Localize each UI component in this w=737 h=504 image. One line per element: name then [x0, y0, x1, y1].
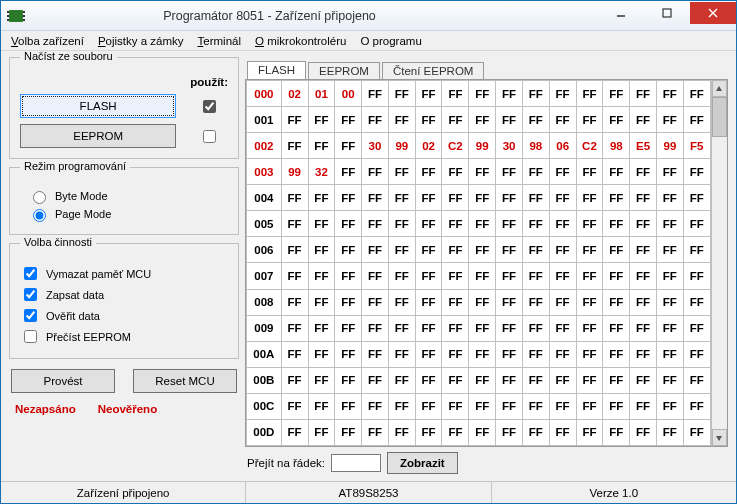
hex-cell[interactable]: FF: [683, 393, 710, 419]
hex-cell[interactable]: FF: [496, 211, 523, 237]
hex-cell[interactable]: FF: [281, 289, 308, 315]
hex-cell[interactable]: FF: [442, 263, 469, 289]
hex-cell[interactable]: FF: [603, 263, 630, 289]
load-flash-button[interactable]: FLASH: [20, 94, 176, 118]
hex-cell[interactable]: FF: [549, 211, 576, 237]
hex-cell[interactable]: FF: [683, 211, 710, 237]
hex-cell[interactable]: FF: [549, 237, 576, 263]
scroll-thumb[interactable]: [712, 97, 727, 137]
hex-cell[interactable]: FF: [469, 107, 496, 133]
goto-input[interactable]: [331, 454, 381, 472]
hex-cell[interactable]: FF: [415, 419, 442, 445]
hex-cell[interactable]: FF: [281, 367, 308, 393]
hex-cell[interactable]: FF: [388, 81, 415, 107]
hex-cell[interactable]: FF: [308, 315, 335, 341]
hex-cell[interactable]: 30: [496, 133, 523, 159]
hex-cell[interactable]: FF: [442, 393, 469, 419]
read-eeprom-checkbox[interactable]: [24, 330, 37, 343]
hex-cell[interactable]: FF: [549, 107, 576, 133]
hex-cell[interactable]: 99: [281, 159, 308, 185]
hex-cell[interactable]: FF: [415, 341, 442, 367]
hex-cell[interactable]: FF: [415, 263, 442, 289]
hex-cell[interactable]: FF: [522, 185, 549, 211]
hex-cell[interactable]: FF: [469, 263, 496, 289]
hex-cell[interactable]: FF: [469, 237, 496, 263]
use-eeprom-checkbox[interactable]: [203, 130, 216, 143]
hex-cell[interactable]: 99: [388, 133, 415, 159]
hex-cell[interactable]: FF: [308, 367, 335, 393]
tab-read-eeprom[interactable]: Čtení EEPROM: [382, 62, 485, 80]
hex-cell[interactable]: FF: [362, 237, 389, 263]
hex-cell[interactable]: FF: [576, 159, 603, 185]
hex-cell[interactable]: FF: [630, 185, 657, 211]
hex-cell[interactable]: FF: [335, 341, 362, 367]
hex-cell[interactable]: FF: [442, 289, 469, 315]
hex-cell[interactable]: FF: [656, 185, 683, 211]
hex-cell[interactable]: FF: [603, 367, 630, 393]
hex-cell[interactable]: FF: [576, 211, 603, 237]
hex-cell[interactable]: FF: [522, 367, 549, 393]
hex-cell[interactable]: FF: [442, 419, 469, 445]
hex-cell[interactable]: FF: [415, 107, 442, 133]
hex-cell[interactable]: FF: [576, 107, 603, 133]
hex-cell[interactable]: FF: [308, 237, 335, 263]
hex-cell[interactable]: FF: [469, 159, 496, 185]
hex-cell[interactable]: FF: [683, 367, 710, 393]
hex-cell[interactable]: FF: [656, 393, 683, 419]
scrollbar[interactable]: [711, 80, 727, 446]
hex-cell[interactable]: FF: [388, 263, 415, 289]
hex-cell[interactable]: FF: [388, 315, 415, 341]
hex-cell[interactable]: FF: [522, 341, 549, 367]
hex-cell[interactable]: FF: [362, 367, 389, 393]
hex-cell[interactable]: FF: [576, 393, 603, 419]
hex-cell[interactable]: 98: [603, 133, 630, 159]
hex-cell[interactable]: FF: [630, 367, 657, 393]
hex-cell[interactable]: FF: [415, 315, 442, 341]
hex-cell[interactable]: FF: [335, 315, 362, 341]
hex-cell[interactable]: FF: [442, 237, 469, 263]
hex-cell[interactable]: FF: [656, 419, 683, 445]
hex-cell[interactable]: FF: [415, 81, 442, 107]
hex-cell[interactable]: FF: [603, 341, 630, 367]
hex-cell[interactable]: FF: [496, 341, 523, 367]
hex-cell[interactable]: FF: [415, 211, 442, 237]
hex-cell[interactable]: FF: [603, 315, 630, 341]
hex-cell[interactable]: FF: [576, 289, 603, 315]
hex-cell[interactable]: FF: [683, 159, 710, 185]
hex-cell[interactable]: FF: [442, 211, 469, 237]
hex-cell[interactable]: FF: [576, 81, 603, 107]
hex-cell[interactable]: FF: [496, 315, 523, 341]
hex-cell[interactable]: FF: [630, 289, 657, 315]
hex-cell[interactable]: FF: [308, 107, 335, 133]
hex-cell[interactable]: FF: [630, 159, 657, 185]
hex-cell[interactable]: FF: [522, 315, 549, 341]
load-eeprom-button[interactable]: EEPROM: [20, 124, 176, 148]
hex-cell[interactable]: FF: [442, 367, 469, 393]
hex-cell[interactable]: FF: [603, 289, 630, 315]
hex-cell[interactable]: FF: [281, 237, 308, 263]
hex-cell[interactable]: FF: [308, 185, 335, 211]
hex-cell[interactable]: FF: [335, 107, 362, 133]
hex-cell[interactable]: FF: [281, 393, 308, 419]
page-mode-radio[interactable]: [33, 209, 46, 222]
hex-cell[interactable]: FF: [362, 341, 389, 367]
menu-about-mcu[interactable]: O mikrokontroléru: [251, 34, 350, 48]
hex-cell[interactable]: FF: [656, 341, 683, 367]
hex-cell[interactable]: FF: [415, 237, 442, 263]
hex-cell[interactable]: FF: [576, 237, 603, 263]
hex-cell[interactable]: FF: [469, 419, 496, 445]
hex-cell[interactable]: FF: [362, 315, 389, 341]
hex-cell[interactable]: FF: [683, 237, 710, 263]
hex-cell[interactable]: FF: [630, 237, 657, 263]
hex-cell[interactable]: FF: [576, 263, 603, 289]
hex-cell[interactable]: FF: [576, 185, 603, 211]
hex-cell[interactable]: FF: [388, 419, 415, 445]
hex-cell[interactable]: FF: [335, 133, 362, 159]
hex-cell[interactable]: 30: [362, 133, 389, 159]
tab-flash[interactable]: FLASH: [247, 61, 306, 80]
scroll-up-icon[interactable]: [712, 80, 727, 97]
hex-cell[interactable]: FF: [496, 289, 523, 315]
hex-cell[interactable]: FF: [549, 419, 576, 445]
hex-cell[interactable]: 06: [549, 133, 576, 159]
hex-cell[interactable]: FF: [496, 107, 523, 133]
